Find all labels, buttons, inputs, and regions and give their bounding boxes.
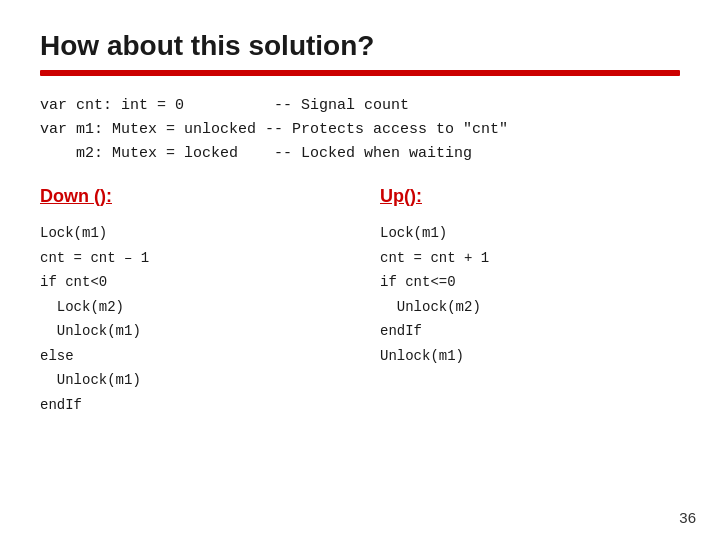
up-line-1: Lock(m1) bbox=[380, 221, 680, 246]
down-code-block: Lock(m1) cnt = cnt – 1 if cnt<0 Lock(m2)… bbox=[40, 221, 340, 417]
down-line-2: cnt = cnt – 1 bbox=[40, 246, 340, 271]
down-line-1: Lock(m1) bbox=[40, 221, 340, 246]
var-declarations: var cnt: int = 0 -- Signal count var m1:… bbox=[40, 94, 680, 166]
slide: How about this solution? var cnt: int = … bbox=[0, 0, 720, 540]
up-line-3: if cnt<=0 bbox=[380, 270, 680, 295]
down-line-7: Unlock(m1) bbox=[40, 368, 340, 393]
down-line-3: if cnt<0 bbox=[40, 270, 340, 295]
up-title: Up(): bbox=[380, 186, 680, 207]
red-divider bbox=[40, 70, 680, 76]
var-line-1: var cnt: int = 0 -- Signal count bbox=[40, 94, 680, 118]
up-line-5: endIf bbox=[380, 319, 680, 344]
slide-title: How about this solution? bbox=[40, 30, 680, 62]
up-line-6: Unlock(m1) bbox=[380, 344, 680, 369]
down-line-4: Lock(m2) bbox=[40, 295, 340, 320]
code-columns: Down (): Lock(m1) cnt = cnt – 1 if cnt<0… bbox=[40, 186, 680, 417]
down-line-6: else bbox=[40, 344, 340, 369]
down-line-8: endIf bbox=[40, 393, 340, 418]
up-line-4: Unlock(m2) bbox=[380, 295, 680, 320]
page-number: 36 bbox=[679, 509, 696, 526]
down-column: Down (): Lock(m1) cnt = cnt – 1 if cnt<0… bbox=[40, 186, 340, 417]
up-column: Up(): Lock(m1) cnt = cnt + 1 if cnt<=0 U… bbox=[380, 186, 680, 417]
var-line-2: var m1: Mutex = unlocked -- Protects acc… bbox=[40, 118, 680, 142]
down-title: Down (): bbox=[40, 186, 340, 207]
up-code-block: Lock(m1) cnt = cnt + 1 if cnt<=0 Unlock(… bbox=[380, 221, 680, 368]
down-line-5: Unlock(m1) bbox=[40, 319, 340, 344]
up-line-2: cnt = cnt + 1 bbox=[380, 246, 680, 271]
var-line-3: m2: Mutex = locked -- Locked when waitin… bbox=[40, 142, 680, 166]
